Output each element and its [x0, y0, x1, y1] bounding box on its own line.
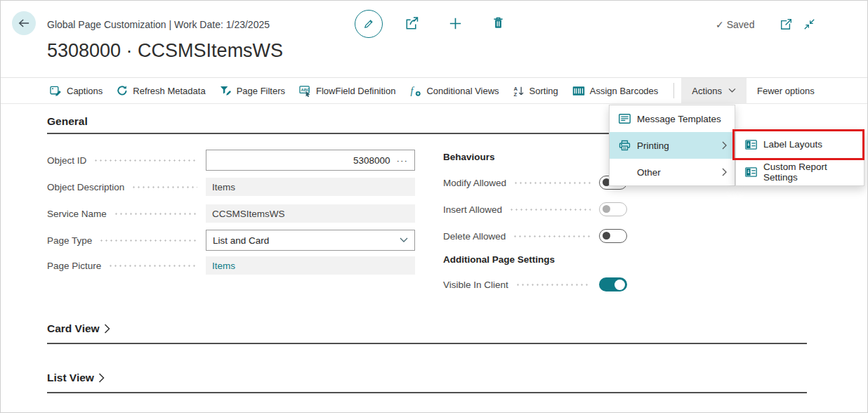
conditional-views-icon: f: [409, 85, 421, 97]
card-view-section-divider: [47, 343, 807, 344]
behaviours-heading: Behaviours: [443, 152, 495, 162]
object-description-label: Object Description: [47, 182, 124, 192]
page-picture-link[interactable]: Items: [212, 261, 235, 271]
chevron-down-icon: [400, 237, 408, 243]
menu-item-printing[interactable]: Printing: [610, 132, 735, 159]
report-settings-icon: [744, 140, 757, 150]
object-description-field: Items: [206, 178, 415, 196]
submenu-chevron-icon: [722, 141, 728, 150]
menu-item-other[interactable]: Other: [610, 159, 735, 185]
menu-item-custom-report-settings[interactable]: Custom Report Settings: [736, 158, 864, 185]
message-templates-icon: [618, 114, 631, 124]
menu-item-label-layouts[interactable]: Label Layouts: [736, 131, 864, 158]
new-button[interactable]: [447, 15, 463, 32]
toggle-knob: [614, 280, 625, 290]
collapse-button[interactable]: [803, 18, 816, 31]
open-in-new-window-icon: [779, 18, 793, 32]
refresh-metadata-button[interactable]: Refresh Metadata: [117, 78, 205, 103]
flowfield-definition-button[interactable]: ABC FlowField Definition: [299, 78, 395, 103]
dotted-leader: [515, 283, 591, 287]
collapse-icon: [803, 18, 816, 31]
page-filters-button[interactable]: Page Filters: [220, 78, 285, 103]
fewer-options-button[interactable]: Fewer options: [747, 78, 825, 103]
dotted-leader: [114, 212, 197, 216]
page-picture-field: Items: [206, 256, 415, 275]
field-row-service-name: Service Name CCSMSItemsWS: [47, 204, 415, 223]
back-button[interactable]: [12, 11, 36, 35]
page-picture-label: Page Picture: [47, 261, 101, 271]
dotted-leader: [509, 208, 591, 211]
delete-allowed-toggle[interactable]: [599, 229, 627, 243]
card-view-section-header[interactable]: Card View: [47, 322, 110, 335]
back-arrow-icon: [17, 16, 31, 30]
toggle-row-delete-allowed: Delete Allowed: [443, 228, 627, 244]
printing-submenu: Label Layouts Custom Report Settings: [735, 130, 864, 186]
breadcrumb[interactable]: Global Page Customization | Work Date: 1…: [47, 19, 270, 30]
list-view-section-header[interactable]: List View: [47, 372, 105, 384]
toggle-row-modify-allowed: Modify Allowed: [443, 175, 627, 190]
page-title: 5308000 · CCSMSItemsWS: [47, 40, 283, 62]
action-toolbar: Captions Refresh Metadata Page Filters A…: [1, 77, 867, 104]
conditional-views-button[interactable]: f Conditional Views: [409, 78, 499, 103]
barcode-icon: [572, 86, 585, 96]
svg-text:ABC: ABC: [301, 88, 310, 92]
flowfield-definition-icon: ABC: [299, 85, 311, 97]
dotted-leader: [131, 185, 197, 189]
dotted-leader: [93, 159, 197, 162]
dotted-leader: [99, 239, 197, 242]
chevron-right-icon: [104, 324, 110, 334]
chevron-right-icon: [98, 373, 105, 383]
trash-icon: [491, 15, 506, 30]
app-window: Global Page Customization | Work Date: 1…: [0, 0, 868, 413]
svg-text:Z: Z: [513, 91, 517, 96]
check-icon: ✓: [716, 19, 724, 30]
save-status-label: Saved: [727, 19, 755, 30]
save-status: ✓ Saved: [716, 19, 754, 30]
captions-button[interactable]: Captions: [50, 78, 103, 103]
report-settings-icon: [744, 167, 757, 177]
page-type-label: Page Type: [47, 235, 92, 246]
insert-allowed-toggle: [599, 202, 627, 216]
svg-text:f: f: [411, 85, 415, 96]
sorting-icon: AZ: [513, 85, 525, 97]
toolbar-divider: [673, 83, 674, 98]
printer-icon: [618, 140, 631, 151]
service-name-label: Service Name: [47, 209, 107, 219]
page-type-select[interactable]: List and Card: [206, 230, 415, 251]
general-section-header[interactable]: General: [47, 115, 88, 128]
sorting-button[interactable]: AZ Sorting: [513, 78, 558, 103]
menu-item-message-templates[interactable]: Message Templates: [610, 105, 735, 132]
field-row-object-id: Object ID 5308000 ···: [47, 150, 415, 171]
actions-menu-button[interactable]: Actions: [681, 78, 747, 103]
refresh-icon: [117, 85, 128, 96]
submenu-chevron-icon: [722, 168, 728, 176]
object-id-input[interactable]: 5308000 ···: [206, 150, 415, 171]
page-filters-icon: [220, 85, 232, 96]
dotted-leader: [513, 181, 591, 185]
visible-in-client-toggle[interactable]: [599, 277, 627, 291]
assist-edit-button[interactable]: ···: [397, 155, 409, 166]
open-in-new-window-button[interactable]: [779, 18, 793, 32]
toggle-knob: [603, 232, 610, 240]
field-row-object-description: Object Description Items: [47, 178, 415, 196]
captions-icon: [50, 85, 62, 97]
chevron-down-icon: [728, 88, 736, 93]
additional-page-settings-heading: Additional Page Settings: [443, 254, 555, 265]
share-button[interactable]: [404, 15, 420, 32]
service-name-field: CCSMSItemsWS: [206, 204, 415, 223]
plus-icon: [447, 15, 463, 32]
visible-in-client-label: Visible In Client: [443, 280, 508, 290]
toggle-row-insert-allowed: Insert Allowed: [443, 202, 627, 217]
edit-button[interactable]: [355, 10, 383, 38]
object-id-label: Object ID: [47, 155, 86, 166]
field-row-page-type: Page Type List and Card: [47, 230, 415, 251]
dotted-leader: [108, 264, 197, 268]
modify-allowed-label: Modify Allowed: [443, 178, 506, 188]
insert-allowed-label: Insert Allowed: [443, 204, 502, 215]
list-view-section-divider: [47, 392, 807, 393]
field-row-page-picture: Page Picture Items: [47, 256, 415, 275]
delete-button[interactable]: [491, 15, 506, 30]
assign-barcodes-button[interactable]: Assign Barcodes: [572, 78, 659, 103]
delete-allowed-label: Delete Allowed: [443, 231, 506, 242]
actions-dropdown-menu: Message Templates Printing Other: [609, 105, 735, 186]
